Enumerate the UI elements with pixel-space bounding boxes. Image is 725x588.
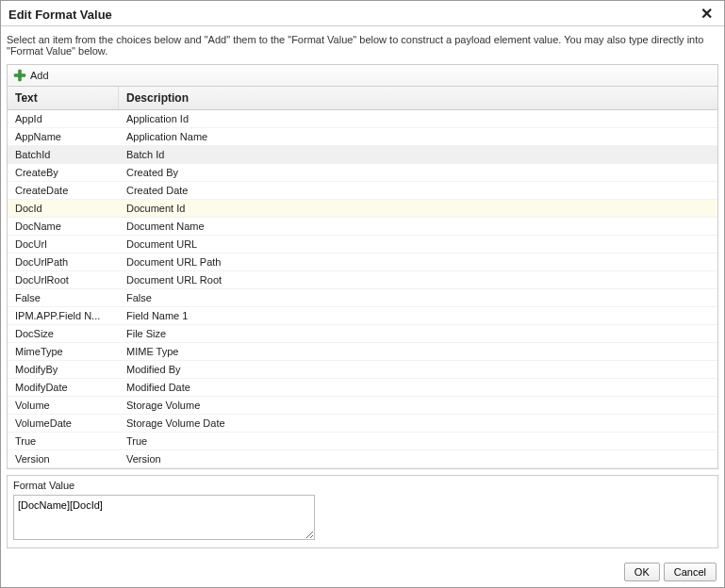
cell-description: Field Name 1 bbox=[119, 307, 717, 324]
cell-text: VolumeDate bbox=[8, 415, 119, 432]
cell-description: False bbox=[119, 289, 717, 306]
column-header-description[interactable]: Description bbox=[119, 87, 717, 109]
table-row[interactable]: DocIdDocument Id bbox=[8, 200, 717, 218]
cancel-button[interactable]: Cancel bbox=[664, 563, 717, 581]
table-row[interactable]: AppNameApplication Name bbox=[8, 128, 717, 146]
dialog-button-bar: OK Cancel bbox=[624, 563, 717, 581]
dialog-content: Select an item from the choices below an… bbox=[1, 26, 724, 552]
format-value-section: Format Value [DocName][DocId] bbox=[7, 475, 718, 548]
cell-text: Volume bbox=[8, 397, 119, 414]
cell-text: ModifyBy bbox=[8, 361, 119, 378]
cell-description: Document URL bbox=[119, 236, 717, 253]
cell-description: Batch Id bbox=[119, 146, 717, 163]
cell-description: MIME Type bbox=[119, 343, 717, 360]
table-row[interactable]: DocNameDocument Name bbox=[8, 218, 717, 236]
table-row[interactable]: BatchIdBatch Id bbox=[8, 146, 717, 164]
cell-text: AppId bbox=[8, 110, 119, 127]
cell-text: DocId bbox=[8, 200, 119, 217]
cell-text: MimeType bbox=[8, 343, 119, 360]
cell-text: False bbox=[8, 289, 119, 306]
cell-text: CreateBy bbox=[8, 164, 119, 181]
format-value-label: Format Value bbox=[13, 480, 712, 491]
cell-text: Version bbox=[8, 450, 119, 467]
cell-description: Application Name bbox=[119, 128, 717, 145]
cell-description: Version bbox=[119, 450, 717, 467]
add-button[interactable]: Add bbox=[13, 69, 49, 82]
dialog-title: Edit Format Value bbox=[8, 8, 112, 22]
cell-description: Document Id bbox=[119, 200, 717, 217]
cell-description: Document URL Path bbox=[119, 253, 717, 270]
format-value-input[interactable]: [DocName][DocId] bbox=[13, 495, 315, 540]
toolbar: Add bbox=[7, 64, 718, 86]
choices-grid: Text Description AppIdApplication IdAppN… bbox=[7, 86, 718, 469]
table-row[interactable]: DocUrlDocument URL bbox=[8, 236, 717, 253]
dialog-title-bar: Edit Format Value ✕ bbox=[1, 1, 724, 26]
table-row[interactable]: DocUrlPathDocument URL Path bbox=[8, 253, 717, 271]
table-row[interactable]: MimeTypeMIME Type bbox=[8, 343, 717, 361]
grid-body: AppIdApplication IdAppNameApplication Na… bbox=[8, 110, 717, 468]
cell-text: DocUrlRoot bbox=[8, 271, 119, 288]
table-row[interactable]: FalseFalse bbox=[8, 289, 717, 307]
cell-description: Document URL Root bbox=[119, 271, 717, 288]
table-row[interactable]: CreateDateCreated Date bbox=[8, 182, 717, 200]
table-row[interactable]: IPM.APP.Field N...Field Name 1 bbox=[8, 307, 717, 325]
table-row[interactable]: VersionVersion bbox=[8, 450, 717, 468]
grid-header: Text Description bbox=[8, 87, 717, 110]
table-row[interactable]: DocUrlRootDocument URL Root bbox=[8, 271, 717, 289]
cell-text: True bbox=[8, 433, 119, 449]
cell-text: ModifyDate bbox=[8, 379, 119, 396]
cell-text: BatchId bbox=[8, 146, 119, 163]
table-row[interactable]: ModifyDateModified Date bbox=[8, 379, 717, 397]
table-row[interactable]: CreateByCreated By bbox=[8, 164, 717, 182]
cell-text: CreateDate bbox=[8, 182, 119, 199]
cell-description: Application Id bbox=[119, 110, 717, 127]
table-row[interactable]: VolumeStorage Volume bbox=[8, 397, 717, 415]
ok-button[interactable]: OK bbox=[624, 563, 660, 581]
cell-description: Modified By bbox=[119, 361, 717, 378]
add-button-label: Add bbox=[30, 70, 49, 81]
cell-description: Storage Volume Date bbox=[119, 415, 717, 432]
table-row[interactable]: DocSizeFile Size bbox=[8, 325, 717, 343]
cell-description: Created By bbox=[119, 164, 717, 181]
table-row[interactable]: VolumeDateStorage Volume Date bbox=[8, 415, 717, 433]
plus-icon bbox=[13, 69, 26, 82]
table-row[interactable]: AppIdApplication Id bbox=[8, 110, 717, 128]
cell-text: DocName bbox=[8, 218, 119, 235]
cell-description: True bbox=[119, 433, 717, 449]
cell-description: Document Name bbox=[119, 218, 717, 235]
column-header-text[interactable]: Text bbox=[8, 87, 119, 109]
cell-description: Storage Volume bbox=[119, 397, 717, 414]
cell-text: IPM.APP.Field N... bbox=[8, 307, 119, 324]
cell-text: DocSize bbox=[8, 325, 119, 342]
table-row[interactable]: ModifyByModified By bbox=[8, 361, 717, 379]
cell-text: AppName bbox=[8, 128, 119, 145]
cell-text: DocUrl bbox=[8, 236, 119, 253]
cell-description: File Size bbox=[119, 325, 717, 342]
svg-rect-1 bbox=[14, 74, 25, 77]
cell-description: Created Date bbox=[119, 182, 717, 199]
cell-text: DocUrlPath bbox=[8, 253, 119, 270]
close-icon[interactable]: ✕ bbox=[697, 7, 717, 22]
cell-description: Modified Date bbox=[119, 379, 717, 396]
table-row[interactable]: TrueTrue bbox=[8, 433, 717, 450]
instructions-text: Select an item from the choices below an… bbox=[7, 32, 718, 58]
